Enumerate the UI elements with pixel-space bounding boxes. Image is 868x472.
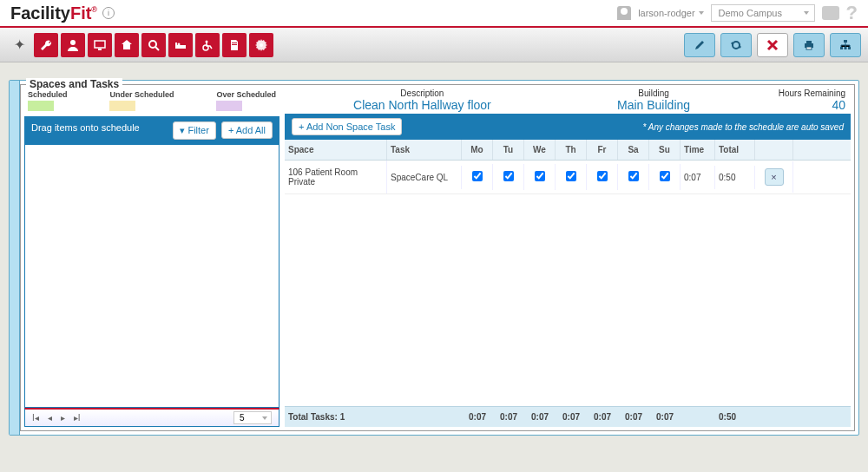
user-dropdown[interactable]: larson-rodger [638, 8, 703, 18]
drag-drop-area[interactable] [24, 145, 279, 408]
pager-prev-icon[interactable]: ◂ [48, 413, 52, 423]
pager-next-icon[interactable]: ▸ [61, 413, 65, 423]
legend-scheduled-label: Scheduled [28, 90, 68, 99]
svg-rect-11 [232, 44, 237, 45]
info-row: Description Clean North Hallway floor Bu… [285, 88, 851, 114]
legend-under-swatch [109, 101, 135, 111]
footer-su: 0:07 [649, 407, 681, 427]
svg-rect-19 [848, 47, 851, 49]
col-space[interactable]: Space [285, 140, 387, 160]
col-su[interactable]: Su [649, 140, 681, 160]
info-description: Description Clean North Hallway floor [290, 88, 555, 112]
monitor-icon[interactable] [88, 33, 112, 57]
checkbox-tu[interactable] [503, 171, 514, 181]
checkbox-th[interactable] [566, 171, 576, 181]
user-name: larson-rodger [638, 8, 694, 18]
footer-time [681, 407, 715, 427]
col-th[interactable]: Th [556, 140, 587, 160]
add-non-space-task-button[interactable]: + Add Non Space Task [292, 118, 402, 135]
pager-first-icon[interactable]: I◂ [32, 413, 39, 423]
col-mo[interactable]: Mo [462, 140, 493, 160]
add-all-button-label: Add All [236, 125, 266, 135]
delete-action-icon[interactable] [757, 33, 788, 57]
info-icon[interactable]: i [102, 7, 115, 19]
right-column: Description Clean North Hallway floor Bu… [285, 88, 851, 427]
logo-mark: ® [91, 5, 97, 14]
pager-size-value: 5 [240, 413, 245, 423]
checkbox-we[interactable] [535, 171, 545, 181]
legend-scheduled: Scheduled [28, 90, 68, 111]
caret-down-icon [804, 11, 809, 15]
settings-icon[interactable] [249, 33, 273, 57]
col-sa[interactable]: Sa [618, 140, 649, 160]
person-icon[interactable] [61, 33, 85, 57]
filter-button[interactable]: ▾ Filter [173, 121, 216, 140]
edit-action-icon[interactable] [684, 33, 715, 57]
checkbox-sa[interactable] [628, 171, 639, 181]
print-action-icon[interactable] [793, 33, 825, 57]
home-icon[interactable] [115, 33, 139, 57]
checkbox-mo[interactable] [472, 171, 483, 181]
caret-down-icon [699, 11, 704, 15]
footer-label: Total Tasks: 1 [285, 407, 462, 427]
legend-over-swatch [216, 101, 242, 111]
legend-under-label: Under Scheduled [109, 90, 174, 99]
chat-icon[interactable] [822, 6, 839, 20]
left-column: Scheduled Under Scheduled Over Scheduled… [24, 88, 279, 427]
autosave-note: * Any changes made to the schedule are a… [643, 122, 844, 132]
help-icon[interactable]: ? [846, 2, 858, 24]
main-area: Spaces and Tasks Scheduled Under Schedul… [0, 62, 868, 444]
refresh-action-icon[interactable] [720, 33, 752, 57]
document-icon[interactable] [222, 33, 247, 57]
spark-icon[interactable]: ✦ [7, 33, 31, 57]
cell-th [556, 164, 587, 190]
col-fr[interactable]: Fr [587, 140, 618, 160]
footer-we: 0:07 [524, 407, 556, 427]
svg-rect-18 [845, 47, 847, 49]
info-building-value: Main Building [555, 98, 753, 112]
cell-total: 0:50 [715, 166, 755, 189]
col-total[interactable]: Total [715, 140, 755, 160]
search-icon[interactable] [141, 33, 166, 57]
user-avatar-icon [617, 6, 631, 20]
app-logo: FacilityFit® [10, 3, 97, 23]
remove-row-button[interactable]: × [765, 168, 784, 186]
footer-spacer [755, 407, 793, 427]
main-toolbar: ✦ [0, 28, 868, 62]
cell-tu [493, 164, 524, 190]
info-building-label: Building [555, 88, 753, 98]
footer-mo: 0:07 [462, 407, 493, 427]
wrench-icon[interactable] [34, 33, 58, 57]
add-non-space-task-label: Add Non Space Task [306, 121, 396, 132]
legend-under: Under Scheduled [109, 90, 174, 111]
cell-we [524, 164, 556, 190]
campus-selected: Demo Campus [719, 8, 782, 18]
info-hours-label: Hours Remaining [753, 88, 845, 98]
pager-last-icon[interactable]: ▸I [74, 413, 81, 423]
cell-remove: × [755, 161, 793, 193]
panel-title: Spaces and Tasks [26, 78, 122, 90]
col-we[interactable]: We [524, 140, 556, 160]
bed-icon[interactable] [168, 33, 193, 57]
grid-empty-area [285, 194, 851, 406]
info-building: Building Main Building [555, 88, 753, 112]
checkbox-su[interactable] [660, 171, 670, 181]
add-all-button[interactable]: + Add All [221, 121, 273, 139]
wheelchair-icon[interactable] [195, 33, 220, 57]
campus-dropdown[interactable]: Demo Campus [711, 4, 815, 22]
filter-side-tab[interactable] [10, 81, 20, 435]
panel-fieldset: Spaces and Tasks Scheduled Under Schedul… [20, 84, 855, 431]
footer-th: 0:07 [556, 407, 587, 427]
org-action-icon[interactable] [830, 33, 861, 57]
col-task[interactable]: Task [387, 140, 462, 160]
pager-size-dropdown[interactable]: 5 [233, 411, 272, 424]
checkbox-fr[interactable] [597, 171, 608, 181]
svg-rect-10 [232, 43, 237, 43]
cell-space: 106 Patient Room Private [285, 161, 387, 193]
col-time[interactable]: Time [681, 140, 715, 160]
col-tu[interactable]: Tu [493, 140, 524, 160]
svg-rect-16 [844, 40, 847, 43]
footer-tu: 0:07 [493, 407, 524, 427]
grid-footer: Total Tasks: 1 0:07 0:07 0:07 0:07 0:07 … [285, 406, 851, 427]
svg-rect-17 [840, 47, 843, 49]
